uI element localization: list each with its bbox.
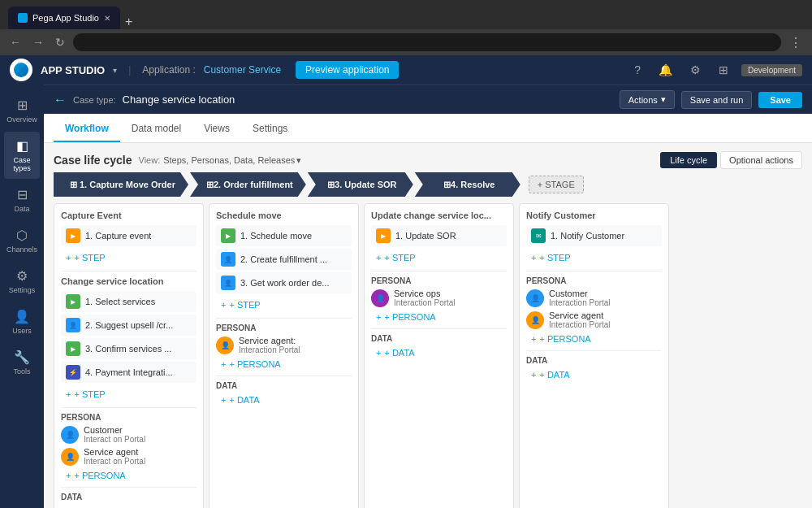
add-persona-button-3[interactable]: + + PERSONA (371, 310, 507, 323)
step-label-confirm-services: 3. Confirm services ... (85, 344, 171, 354)
add-step-icon-5: + (531, 253, 536, 263)
stage-1-label: 1. (80, 180, 89, 189)
section-title-change-service: Change service location (61, 276, 197, 286)
tab-views[interactable]: Views (192, 116, 241, 142)
add-data-button-3[interactable]: + + DATA (371, 346, 507, 359)
stage-2[interactable]: ⊞ 2. Order fulfillment (190, 172, 306, 197)
preview-application-button[interactable]: Preview application (296, 61, 399, 79)
sidebar-item-data[interactable]: ⊟ Data (4, 180, 40, 219)
save-run-button[interactable]: Save and run (681, 91, 752, 109)
step-confirm-services[interactable]: ▶ 3. Confirm services ... (61, 338, 197, 359)
divider-5 (216, 376, 352, 376)
tab-close-icon[interactable]: ✕ (104, 14, 110, 23)
stage-3[interactable]: ⊞ 3. Update SOR (308, 172, 413, 197)
app-name-link[interactable]: Customer Service (204, 64, 281, 76)
stage-3-title: Update SOR (344, 180, 396, 189)
app-studio-dropdown-icon[interactable]: ▾ (113, 66, 117, 75)
step-update-sor[interactable]: ▶ 1. Update SOR (371, 225, 507, 246)
active-tab[interactable]: Pega App Studio ✕ (8, 7, 120, 29)
sidebar-item-settings[interactable]: ⚙ Settings (4, 262, 40, 301)
forward-button[interactable]: → (29, 34, 47, 50)
stage-4[interactable]: ⊞ 4. Resolve (415, 172, 520, 197)
settings-icon: ⚙ (16, 268, 28, 284)
data-section-4: Data + + DATA (526, 356, 662, 381)
add-data-button-4[interactable]: + + DATA (526, 368, 662, 381)
main-content: ← Case type: Change service location Act… (44, 85, 812, 508)
stage-1[interactable]: ⊞ 1. Capture Move Order (54, 172, 188, 197)
sidebar-item-channels[interactable]: ⬡ Channels (4, 221, 40, 260)
stage-pipeline: ⊞ 1. Capture Move Order ⊞ 2. Order fulfi… (54, 172, 802, 197)
tab-workflow[interactable]: Workflow (54, 116, 120, 142)
persona-info-agent-1: Service agent Interact on Portal (84, 447, 145, 466)
divider-4 (216, 318, 352, 319)
sidebar-item-case-types[interactable]: ◧ Case types (4, 132, 40, 179)
step-schedule-move[interactable]: ▶ 1. Schedule move (216, 225, 352, 246)
case-back-button[interactable]: ← (54, 93, 67, 107)
new-tab-button[interactable]: + (120, 15, 137, 29)
add-persona-label-2: + PERSONA (229, 359, 280, 369)
step-suggest-upsell[interactable]: 👤 2. Suggest upsell /cr... (61, 315, 197, 336)
help-icon[interactable]: ? (629, 63, 646, 76)
step-select-services[interactable]: ▶ 1. Select services (61, 291, 197, 312)
sidebar-label-data: Data (14, 205, 29, 213)
tab-settings-label: Settings (253, 123, 287, 134)
add-step-update-sor[interactable]: + + STEP (371, 250, 507, 266)
persona-service-agent-1: 👤 Service agent Interact on Portal (61, 447, 197, 466)
stage-4-title: Resolve (460, 180, 495, 189)
sidebar-item-users[interactable]: 👤 Users (4, 302, 40, 341)
add-persona-button-1[interactable]: + + PERSONA (61, 469, 197, 482)
tab-settings[interactable]: Settings (241, 116, 299, 142)
step-label-payment: 4. Payment Integrati... (85, 367, 173, 377)
sidebar-label-settings: Settings (9, 286, 36, 294)
back-button[interactable]: ← (6, 34, 24, 50)
persona-customer-4: 👤 Customer Interaction Portal (526, 289, 662, 307)
add-step-label-5: + STEP (539, 253, 570, 263)
divider-9 (526, 350, 662, 351)
sidebar-nav: ⊞ Overview ◧ Case types ⊟ Data ⬡ Channel… (0, 85, 44, 508)
lifecycle-button[interactable]: Life cycle (660, 152, 717, 168)
address-bar[interactable] (73, 33, 781, 51)
step-icon-payment: ⚡ (66, 365, 80, 380)
add-step-change-service[interactable]: + + STEP (61, 386, 197, 402)
add-persona-button-4[interactable]: + + PERSONA (526, 332, 662, 345)
add-data-button-1[interactable]: + + DATA (61, 505, 197, 508)
step-create-fulfillment[interactable]: 👤 2. Create fulfillment ... (216, 249, 352, 270)
add-persona-button-2[interactable]: + + PERSONA (216, 358, 352, 371)
notifications-icon[interactable]: 🔔 (654, 63, 677, 76)
data-title-3: Data (371, 334, 507, 343)
add-data-button-2[interactable]: + + DATA (216, 393, 352, 406)
steps-update-sor: ▶ 1. Update SOR (371, 225, 507, 246)
step-payment[interactable]: ⚡ 4. Payment Integrati... (61, 362, 197, 383)
add-stage-button[interactable]: + STAGE (529, 176, 584, 193)
app-logo (10, 59, 32, 81)
grid-icon[interactable]: ⊞ (714, 63, 733, 76)
persona-customer-1: 👤 Customer Interact on Portal (61, 425, 197, 444)
sidebar-item-tools[interactable]: 🔧 Tools (4, 343, 40, 382)
optional-actions-button[interactable]: Optional actions (720, 151, 802, 169)
actions-label: Actions (628, 95, 658, 105)
browser-chrome: Pega App Studio ✕ + (0, 0, 812, 29)
tabs-row: Workflow Data model Views Settings (44, 114, 812, 143)
step-capture-event[interactable]: ▶ 1. Capture event (61, 225, 197, 246)
sidebar-item-overview[interactable]: ⊞ Overview (4, 91, 40, 130)
add-step-capture-event[interactable]: + + STEP (61, 250, 197, 266)
add-step-order-fulfillment[interactable]: + + STEP (216, 297, 352, 313)
save-button[interactable]: Save (758, 92, 802, 108)
step-icon-notify-customer: ✉ (531, 228, 546, 243)
divider-8 (526, 271, 662, 271)
reload-button[interactable]: ↻ (52, 34, 68, 50)
actions-button[interactable]: Actions ▾ (620, 90, 675, 109)
step-get-work-order[interactable]: 👤 3. Get work order de... (216, 272, 352, 293)
browser-menu-icon[interactable]: ⋮ (786, 35, 806, 50)
sidebar-label-channels: Channels (6, 245, 37, 254)
data-section-3: Data + + DATA (371, 334, 507, 359)
lifecycle-dropdown-icon[interactable]: ▾ (296, 155, 301, 166)
add-step-resolve[interactable]: + + STEP (526, 250, 662, 266)
persona-section-4: Persona 👤 Customer Interaction Portal 👤 (526, 276, 662, 345)
persona-section-1: Persona 👤 Customer Interact on Portal 👤 (61, 413, 197, 482)
tab-data-model[interactable]: Data model (120, 116, 192, 142)
step-notify-customer[interactable]: ✉ 1. Notify Customer (526, 225, 662, 246)
persona-avatar-customer-1: 👤 (61, 426, 79, 444)
step-icon-confirm-services: ▶ (66, 341, 80, 356)
search-icon[interactable]: ⚙ (685, 63, 706, 76)
